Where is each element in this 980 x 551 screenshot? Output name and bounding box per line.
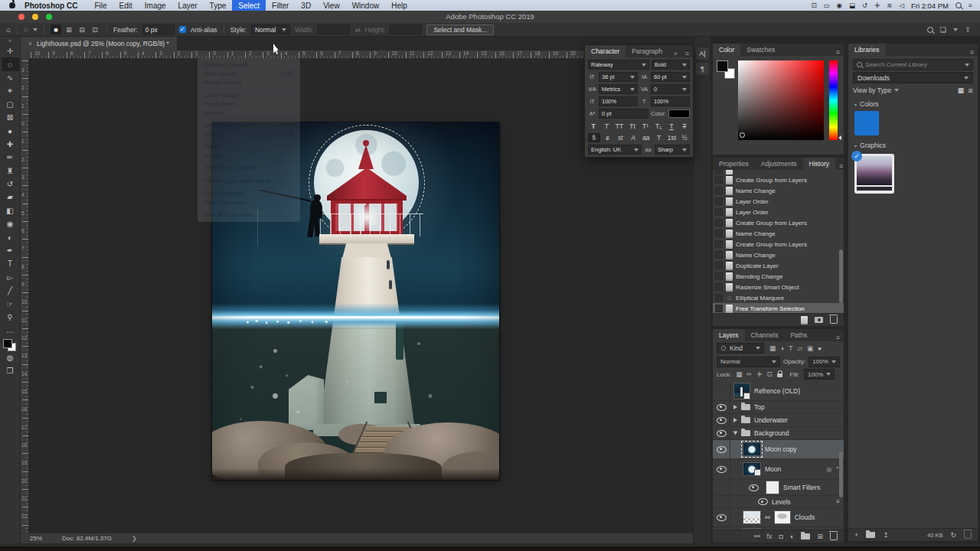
history-state[interactable]: Name Change xyxy=(713,228,844,239)
airplay-icon[interactable]: ⬓ xyxy=(849,0,855,11)
tab-character[interactable]: Character xyxy=(585,45,626,57)
font-family-dropdown[interactable]: Raleway xyxy=(588,60,649,70)
crop-tool[interactable]: ▢ xyxy=(2,98,19,111)
screen-mode-button[interactable]: ❐ xyxy=(2,364,19,377)
eyedropper-tool[interactable]: ● xyxy=(2,124,19,137)
grid-view-icon[interactable]: ▦ xyxy=(958,86,964,94)
visibility-cell[interactable] xyxy=(713,401,730,413)
anti-alias-dropdown[interactable]: Sharp xyxy=(655,145,690,155)
section-graphics[interactable]: ▾ Graphics xyxy=(854,142,886,149)
tab-swatches[interactable]: Swatches xyxy=(740,44,781,56)
hue-slider-marker[interactable] xyxy=(838,135,841,140)
font-size-dropdown[interactable]: 36 pt xyxy=(599,72,638,82)
toolbar-collapse-icon[interactable]: » xyxy=(8,38,11,44)
add-content-icon[interactable]: + xyxy=(854,531,858,539)
layers-scrollbar[interactable] xyxy=(839,452,843,497)
character-panel-icon[interactable]: A| xyxy=(696,47,709,60)
new-doc-from-state-icon[interactable] xyxy=(801,316,808,324)
history-source-well[interactable] xyxy=(715,240,723,248)
history-state[interactable]: Blending Change xyxy=(713,271,844,282)
panel-menu-icon[interactable]: ≡ xyxy=(832,48,844,56)
menu-item-type[interactable]: Type xyxy=(204,0,233,11)
status-chevron-icon[interactable]: ❯ xyxy=(132,535,137,542)
creative-cloud-icon[interactable]: ◉ xyxy=(837,0,842,11)
view-by-type-dropdown[interactable]: View by Type ▦ ≣ xyxy=(853,85,973,96)
strikethrough-button[interactable]: T xyxy=(679,122,690,130)
new-selection-icon[interactable]: ■ xyxy=(51,24,61,34)
lock-position-icon[interactable]: ✛ xyxy=(756,370,762,378)
keyboard-access-icon[interactable]: ✛ xyxy=(874,0,880,11)
ordinals-button[interactable]: 1st xyxy=(667,134,678,142)
filter-pixel-layers-icon[interactable]: ▦ xyxy=(769,344,776,352)
language-dropdown[interactable]: English: UK xyxy=(588,145,642,155)
document-size-info[interactable]: Doc: 82.4M/1.37G xyxy=(62,535,112,542)
faux-italic-button[interactable]: T xyxy=(601,122,612,130)
history-state[interactable]: Layer Order xyxy=(713,196,844,207)
vertical-scale-input[interactable]: 100% xyxy=(599,96,638,106)
visibility-cell[interactable] xyxy=(713,459,730,479)
visibility-eye-icon[interactable] xyxy=(717,466,727,473)
foreground-background-swatch[interactable] xyxy=(717,60,735,79)
filter-smart-objects-icon[interactable]: ▣ xyxy=(807,344,813,352)
tab-layers[interactable]: Layers xyxy=(713,329,745,341)
menu-item-help[interactable]: Help xyxy=(385,0,413,11)
superscript-button[interactable]: T¹ xyxy=(640,122,651,130)
dodge-tool[interactable]: ◐ xyxy=(2,230,19,243)
font-style-dropdown[interactable]: Bold xyxy=(652,60,690,70)
visibility-eye-icon[interactable] xyxy=(717,417,727,424)
menu-item-view[interactable]: View xyxy=(317,0,346,11)
delete-layer-icon[interactable] xyxy=(830,533,838,540)
history-source-well[interactable] xyxy=(715,283,723,291)
visibility-eye-icon[interactable] xyxy=(717,446,727,453)
layer-row-moon-copy[interactable]: Moon copy xyxy=(713,440,844,459)
history-source-well[interactable] xyxy=(715,272,723,280)
menu-item-layer[interactable]: Layer xyxy=(172,0,204,11)
horizontal-scale-input[interactable]: 100% xyxy=(651,96,690,106)
history-state[interactable]: Layer Order xyxy=(713,207,844,217)
history-state[interactable]: Create Group from Layers xyxy=(713,217,844,228)
visibility-cell[interactable] xyxy=(713,440,730,458)
spotlight-icon[interactable] xyxy=(956,2,962,8)
history-brush-tool[interactable]: ↺ xyxy=(2,178,19,191)
tab-color[interactable]: Color xyxy=(713,44,740,56)
history-state[interactable]: Create Group from Layers xyxy=(713,174,844,185)
share-icon[interactable]: ⇧ xyxy=(965,25,971,34)
stylistic-alternates-button[interactable]: aa xyxy=(641,134,652,142)
style-dropdown[interactable]: Normal xyxy=(251,24,290,34)
type-tool[interactable]: T xyxy=(2,257,19,270)
tab-history[interactable]: History xyxy=(803,158,835,170)
visibility-cell[interactable] xyxy=(713,427,730,439)
menu-item-filter[interactable]: Filter xyxy=(266,0,295,11)
menu-item-file[interactable]: File xyxy=(88,0,113,11)
panel-menu-icon[interactable]: ≡ xyxy=(832,334,844,341)
history-source-well[interactable] xyxy=(715,187,723,194)
history-state[interactable]: Name Change xyxy=(713,249,844,260)
hand-tool[interactable]: ☞ xyxy=(2,297,19,310)
upload-icon[interactable]: ↥ xyxy=(883,531,889,539)
elliptical-marquee-tool[interactable]: ◌ xyxy=(2,57,19,70)
all-caps-button[interactable]: TT xyxy=(614,122,625,130)
chevron-down-icon[interactable] xyxy=(33,28,38,31)
tab-libraries[interactable]: Libraries xyxy=(848,44,886,56)
history-source-well[interactable] xyxy=(715,219,723,227)
group-expander[interactable] xyxy=(733,418,737,422)
zoom-level[interactable]: 25% xyxy=(30,535,42,542)
history-state[interactable]: Duplicate Layer xyxy=(713,260,844,271)
faux-bold-button[interactable]: T xyxy=(588,122,599,130)
quick-mask-button[interactable]: ◍ xyxy=(2,351,19,364)
subtract-selection-icon[interactable]: ⊟ xyxy=(77,24,87,34)
clone-stamp-tool[interactable]: ♜ xyxy=(2,165,19,178)
history-source-well[interactable] xyxy=(715,305,723,312)
tracking-dropdown[interactable]: 0 xyxy=(651,84,690,94)
history-state[interactable]: ◌Elliptical Marquee xyxy=(713,292,844,303)
gradient-tool[interactable]: ◧ xyxy=(2,204,19,217)
healing-brush-tool[interactable]: ✚ xyxy=(2,138,19,151)
library-search-input[interactable]: Search Current Library xyxy=(853,59,973,70)
time-machine-icon[interactable]: ↺ xyxy=(862,0,867,11)
menu-item-window[interactable]: Window xyxy=(346,0,386,11)
wifi-icon[interactable]: ≋ xyxy=(887,0,892,11)
hue-slider[interactable] xyxy=(829,60,838,140)
group-expander[interactable] xyxy=(733,405,737,409)
layer-row-moon[interactable]: Moon◎⌃ xyxy=(713,459,844,480)
document-tab[interactable]: × Lighthouse.psd @ 25% (Moon copy, RGB/8… xyxy=(21,37,177,51)
